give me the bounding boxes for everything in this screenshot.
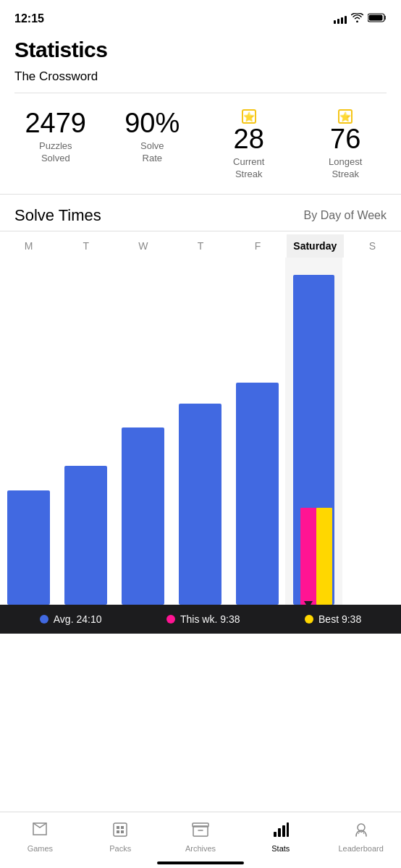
thisweek-dot bbox=[166, 615, 175, 624]
longest-streak-star: ⭐ bbox=[338, 109, 353, 124]
page-title: Statistics bbox=[14, 38, 387, 62]
best-label: Best 9:38 bbox=[318, 613, 361, 625]
svg-rect-16 bbox=[121, 830, 124, 833]
day-label-tue: T bbox=[57, 234, 114, 258]
svg-rect-15 bbox=[117, 830, 119, 833]
nav-stats[interactable]: Stats bbox=[240, 822, 321, 853]
stats-icon bbox=[273, 822, 289, 842]
leaderboard-icon bbox=[353, 822, 369, 842]
nav-archives[interactable]: Archives bbox=[161, 822, 241, 853]
day-label-mon: M bbox=[0, 234, 57, 258]
svg-rect-4 bbox=[64, 466, 107, 605]
stat-solve-rate: 90% SolveRate bbox=[104, 109, 201, 181]
signal-icon bbox=[334, 14, 347, 24]
stat-label-longest-streak: LongestStreak bbox=[329, 156, 362, 181]
svg-rect-10 bbox=[316, 508, 332, 605]
section-subtitle: The Crossword bbox=[14, 69, 387, 93]
nav-games[interactable]: Games bbox=[0, 822, 80, 853]
svg-rect-17 bbox=[193, 826, 208, 836]
stat-label-solve-rate: SolveRate bbox=[140, 140, 164, 165]
stat-label-puzzles-solved: PuzzlesSolved bbox=[39, 140, 72, 165]
avg-label: Avg. 24:10 bbox=[54, 613, 102, 625]
legend-avg: Avg. 24:10 bbox=[40, 613, 102, 625]
stat-current-streak: ⭐ 28 CurrentStreak bbox=[200, 109, 297, 181]
status-bar: 12:15 bbox=[0, 0, 401, 32]
stat-label-current-streak: CurrentStreak bbox=[233, 156, 264, 181]
day-label-fri: F bbox=[229, 234, 287, 258]
current-streak-star: ⭐ bbox=[242, 109, 256, 124]
stats-row: 2479 PuzzlesSolved 90% SolveRate ⭐ 28 Cu… bbox=[0, 93, 401, 195]
day-labels: M T W T F Saturday S bbox=[0, 231, 401, 258]
stat-puzzles-solved: 2479 PuzzlesSolved bbox=[7, 109, 104, 181]
svg-rect-12 bbox=[114, 823, 127, 836]
solve-times-header: Solve Times By Day of Week bbox=[0, 195, 401, 231]
svg-rect-21 bbox=[278, 828, 281, 837]
games-icon bbox=[31, 822, 48, 842]
day-label-sun: S bbox=[344, 234, 401, 258]
header: Statistics The Crossword bbox=[0, 32, 401, 93]
svg-rect-18 bbox=[193, 823, 208, 827]
svg-rect-23 bbox=[287, 822, 289, 837]
svg-rect-20 bbox=[274, 832, 277, 837]
stat-value-puzzles-solved: 2479 bbox=[25, 109, 86, 137]
svg-rect-13 bbox=[117, 826, 119, 829]
svg-rect-6 bbox=[179, 404, 221, 605]
stat-value-solve-rate: 90% bbox=[124, 109, 180, 137]
day-label-sat[interactable]: Saturday bbox=[287, 234, 344, 258]
archives-icon bbox=[192, 822, 209, 842]
stat-longest-streak: ⭐ 76 LongestStreak bbox=[297, 109, 394, 181]
wifi-icon bbox=[351, 13, 363, 25]
bottom-nav: Games Packs Archives bbox=[0, 812, 401, 868]
day-label-wed: W bbox=[114, 234, 172, 258]
by-day-link[interactable]: By Day of Week bbox=[304, 209, 387, 222]
nav-leaderboard[interactable]: Leaderboard bbox=[321, 822, 401, 853]
svg-rect-7 bbox=[236, 383, 279, 605]
nav-packs[interactable]: Packs bbox=[80, 822, 161, 853]
stats-label: Stats bbox=[271, 844, 290, 853]
games-label: Games bbox=[28, 844, 53, 853]
thisweek-label: This wk. 9:38 bbox=[180, 613, 240, 625]
svg-rect-14 bbox=[121, 826, 124, 829]
day-label-thu: T bbox=[172, 234, 229, 258]
stat-value-current-streak: 28 bbox=[234, 125, 264, 153]
legend-best: Best 9:38 bbox=[305, 613, 361, 625]
svg-rect-9 bbox=[300, 508, 316, 605]
packs-label: Packs bbox=[109, 844, 131, 853]
packs-icon bbox=[112, 822, 128, 842]
best-dot bbox=[305, 615, 313, 624]
chart-section: M T W T F Saturday S bbox=[0, 231, 401, 605]
svg-rect-22 bbox=[282, 825, 285, 837]
solve-times-title: Solve Times bbox=[14, 206, 101, 225]
legend-bar: Avg. 24:10 This wk. 9:38 Best 9:38 bbox=[0, 605, 401, 634]
home-indicator bbox=[157, 861, 244, 864]
stat-value-longest-streak: 76 bbox=[330, 125, 360, 153]
svg-rect-3 bbox=[7, 490, 50, 605]
status-time: 12:15 bbox=[14, 12, 44, 25]
legend-thisweek: This wk. 9:38 bbox=[166, 613, 240, 625]
avg-dot bbox=[40, 615, 48, 624]
svg-rect-5 bbox=[122, 427, 164, 605]
battery-icon bbox=[368, 13, 387, 25]
archives-label: Archives bbox=[185, 844, 216, 853]
bar-chart bbox=[0, 258, 401, 605]
svg-rect-1 bbox=[369, 15, 383, 21]
leaderboard-label: Leaderboard bbox=[338, 844, 383, 853]
status-icons bbox=[334, 13, 387, 25]
